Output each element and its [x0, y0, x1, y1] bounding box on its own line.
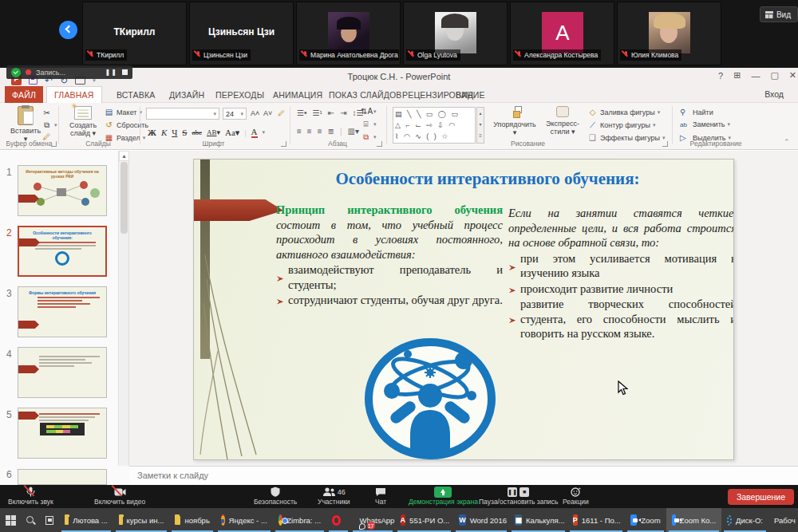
- italic-button[interactable]: К: [161, 128, 167, 137]
- collapse-ribbon-button[interactable]: ⌃: [784, 138, 790, 146]
- participants-button[interactable]: 46 Участники: [318, 487, 350, 506]
- bullets-button[interactable]: ☰•: [297, 108, 306, 117]
- copy-button[interactable]: ⧉▾: [41, 120, 57, 130]
- slide-title[interactable]: Особенности интерактивного обучения:: [250, 169, 725, 189]
- participant-tile[interactable]: Olga Lyutova: [403, 2, 508, 65]
- ribbon-display-icon[interactable]: ⊞: [733, 70, 741, 81]
- participant-tile[interactable]: Марина Анатольевна Дрога: [296, 2, 401, 65]
- pause-record-icon[interactable]: ❚❚: [508, 487, 517, 497]
- pause-stop-recording-button[interactable]: ❚❚ ■ Пауза/остановить запись: [479, 487, 559, 506]
- scroll-up-icon[interactable]: ▲: [119, 151, 129, 161]
- stop-record-icon[interactable]: ■: [519, 487, 529, 497]
- underline-button[interactable]: Ч: [172, 128, 177, 137]
- text-shadow-button[interactable]: abc: [192, 128, 202, 136]
- numbering-button[interactable]: ☰¹: [312, 108, 322, 117]
- minimize-icon[interactable]: —: [751, 71, 760, 81]
- taskbar-desktop-toolbar[interactable]: Рабоч: [768, 508, 798, 532]
- font-color-button[interactable]: А: [251, 127, 258, 138]
- taskbar-folder-3[interactable]: ноябрь: [169, 508, 215, 532]
- restore-icon[interactable]: ▢: [770, 70, 778, 81]
- chat-button[interactable]: Чат: [375, 487, 386, 506]
- char-spacing-button[interactable]: АВ▾: [207, 128, 220, 136]
- sign-in-link[interactable]: Вход: [764, 89, 784, 99]
- pause-recording-icon[interactable]: ❚❚: [105, 69, 117, 76]
- font-dialog-launcher[interactable]: [281, 141, 286, 147]
- slide-thumbnail-6[interactable]: 6: [0, 466, 129, 485]
- text-direction-button[interactable]: ⇅A▾: [361, 107, 377, 116]
- replace-button[interactable]: abЗаменить ▾: [680, 120, 730, 128]
- shape-fill-button[interactable]: ◇Заливка фигуры ▾: [587, 108, 660, 116]
- close-icon[interactable]: ✕: [789, 70, 796, 81]
- participant-tile[interactable]: ТКирилл ТКирилл: [82, 2, 187, 65]
- taskbar-calculator[interactable]: ▦Калькуля...: [509, 508, 567, 532]
- taskbar-zoom[interactable]: Zoom: [625, 508, 666, 532]
- participant-tile[interactable]: A Александра Костырева: [510, 2, 614, 65]
- help-icon[interactable]: ?: [718, 71, 723, 81]
- quick-styles-button[interactable]: Экспресс-стили ▾: [541, 106, 584, 136]
- tab-file[interactable]: ФАЙЛ: [5, 86, 43, 103]
- share-screen-button[interactable]: Демонстрация экрана: [409, 487, 478, 506]
- tab-design[interactable]: ДИЗАЙН: [162, 86, 211, 103]
- slide-red-banner[interactable]: [194, 199, 283, 221]
- tab-view[interactable]: ВИД: [448, 86, 480, 103]
- taskbar-opera[interactable]: [326, 508, 350, 532]
- start-video-button[interactable]: Включить видео: [94, 487, 145, 506]
- tab-insert[interactable]: ВСТАВКА: [109, 86, 162, 103]
- layout-button[interactable]: ▤Макет ▾: [104, 108, 142, 116]
- taskbar-word[interactable]: WWord 2016: [453, 508, 509, 532]
- start-button[interactable]: [0, 508, 20, 532]
- taskbar-whatsapp[interactable]: 17 WhatsApp: [350, 508, 395, 532]
- stop-recording-icon[interactable]: [122, 69, 128, 75]
- increase-indent-button[interactable]: ⇥: [340, 108, 346, 117]
- participant-tile[interactable]: Цзиньсян Цзи Цзиньсян Цзи: [189, 2, 294, 65]
- find-button[interactable]: ⚲Найти: [680, 108, 713, 116]
- tab-home[interactable]: ГЛАВНАЯ: [46, 86, 102, 103]
- taskbar-powerpoint[interactable]: P1611 - По...: [567, 508, 626, 532]
- drawing-dialog-launcher[interactable]: [662, 141, 668, 147]
- justify-button[interactable]: ≣: [328, 127, 334, 136]
- font-size-combo[interactable]: 24▾: [223, 108, 247, 120]
- notes-bar[interactable]: Заметки к слайду: [129, 466, 798, 485]
- align-text-button[interactable]: ⌸▾: [361, 120, 377, 129]
- change-case-button[interactable]: Aa▾: [225, 128, 239, 138]
- slide-right-textbox[interactable]: Если на занятии ставятся четкие, определ…: [508, 206, 734, 341]
- shrink-font-button[interactable]: А˅: [263, 109, 272, 117]
- paragraph-dialog-launcher[interactable]: [377, 141, 382, 147]
- shape-gallery-scroll[interactable]: ▴▾≡: [476, 107, 484, 144]
- taskbar-folder-1[interactable]: Лютова ...: [59, 508, 113, 532]
- collapse-strip-button[interactable]: [59, 21, 77, 39]
- tab-transitions[interactable]: ПЕРЕХОДЫ: [208, 86, 271, 103]
- thumbnails-scrollbar[interactable]: ▲: [118, 151, 128, 485]
- scroll-thumb[interactable]: [120, 162, 128, 234]
- taskbar-pdf[interactable]: A551-РИ О...: [395, 508, 454, 532]
- font-name-combo[interactable]: ▾: [146, 108, 219, 120]
- task-view-button[interactable]: [40, 508, 59, 532]
- taskbar-chrome[interactable]: Zimbra: ...: [273, 508, 326, 532]
- taskbar-search-button[interactable]: [20, 508, 39, 532]
- taskbar-zoom-meeting[interactable]: Zoom Ко...: [666, 508, 722, 532]
- reset-button[interactable]: ↺Сбросить: [104, 120, 148, 129]
- science-person-emblem[interactable]: [361, 337, 499, 460]
- align-right-button[interactable]: ≡: [318, 127, 322, 136]
- reactions-button[interactable]: + Реакции: [563, 487, 589, 506]
- shape-gallery[interactable]: ▤ ╲ ╲ ▭ ◯ ▭△ ⌐ ⌙ ⇨ ⇩ ◠⌇ ◠ ∿ ( ) ☆: [393, 107, 476, 144]
- unmute-button[interactable]: Включить звук: [8, 487, 53, 506]
- current-slide[interactable]: Особенности интерактивного обучения: При…: [193, 159, 734, 460]
- bold-button[interactable]: Ж: [148, 128, 156, 137]
- shape-outline-button[interactable]: ⟋Контур фигуры ▾: [587, 120, 655, 130]
- participant-tile[interactable]: Юлия Климова: [617, 2, 721, 65]
- tab-animations[interactable]: АНИМАЦИЯ: [266, 86, 330, 103]
- columns-button[interactable]: ▥▾: [348, 127, 359, 136]
- paste-button[interactable]: Вставить▾: [8, 106, 43, 144]
- cut-button[interactable]: ✂: [41, 108, 52, 117]
- clear-formatting-button[interactable]: 🖉: [278, 109, 285, 117]
- taskbar-disk-o[interactable]: Диск-О:: [721, 508, 768, 532]
- grow-font-button[interactable]: А˄: [251, 109, 259, 117]
- decrease-indent-button[interactable]: ⇤: [328, 108, 334, 117]
- arrange-button[interactable]: Упорядочить▾: [490, 106, 539, 137]
- taskbar-folder-2[interactable]: курсы ин...: [113, 508, 170, 532]
- clipboard-dialog-launcher[interactable]: [51, 141, 57, 147]
- taskbar-firefox[interactable]: Яндекс - ...: [215, 508, 273, 532]
- end-meeting-button[interactable]: Завершение: [728, 489, 794, 505]
- new-slide-button[interactable]: Создать слайд ▾: [64, 106, 102, 138]
